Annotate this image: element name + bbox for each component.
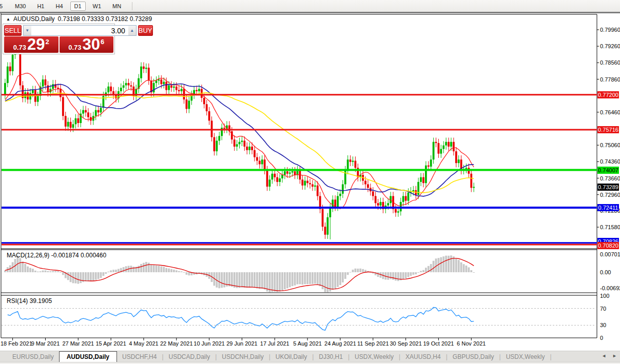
date-tick-label: 17 Jul 2021: [260, 340, 289, 347]
date-tick-label: 15 Apr 2021: [95, 340, 126, 347]
chart-title: ▲ AUDUSD,Daily 0.73198 0.73333 0.73182 0…: [6, 15, 152, 23]
timeframe-toolbar: 5M30H1H4D1W1MN: [0, 0, 620, 12]
date-tick-label: 10 Jun 2021: [193, 340, 225, 347]
chart-tab-gbpusd[interactable]: GBPUSD,Daily: [448, 351, 499, 362]
volume-stepper: ▼ ▲: [23, 25, 137, 36]
chart-tab-usdcad[interactable]: USDCAD,Daily: [164, 351, 216, 362]
rsi-axis-label: 100: [600, 293, 609, 299]
rsi-axis-label: 70: [600, 306, 606, 312]
buy-button[interactable]: BUY: [138, 25, 153, 36]
price-tick-label: 0.79960: [600, 27, 620, 33]
tab-scroll-left-icon[interactable]: ◄: [602, 353, 606, 358]
date-tick-label: 27 Mar 2021: [62, 340, 94, 347]
rsi-pane-area[interactable]: [2, 296, 597, 338]
price-tick-label: 0.75060: [600, 142, 620, 148]
toolbar-separator: [132, 2, 132, 10]
date-tick-label: 29 Jun 2021: [226, 340, 258, 347]
date-tick-label: 9 Mar 2021: [31, 340, 60, 347]
macd-axis-label: -0.006923: [600, 285, 620, 291]
chart-tab-eurusd[interactable]: EURUSD,Daily: [7, 351, 59, 362]
rsi-axis-label: 30: [600, 322, 606, 328]
timeframe-button-h4[interactable]: H4: [51, 2, 67, 11]
macd-axis-label: 0.007015: [600, 251, 620, 257]
rsi-axis-label: 0: [600, 335, 603, 341]
price-tick-label: 0.72960: [600, 192, 620, 198]
chart-tab-dj30[interactable]: DJ30,H1: [314, 351, 348, 362]
date-tick-label: 24 Aug 2021: [324, 340, 356, 347]
price-level-label-070820: 0.70820: [597, 242, 619, 249]
date-tick-label: 22 May 2021: [160, 340, 193, 347]
chart-symbol-period: AUDUSD,Daily: [13, 15, 55, 23]
price-level-label-077200: 0.77200: [597, 91, 619, 98]
chart-tab-usdchf[interactable]: USDCHF,H4: [117, 351, 162, 362]
date-tick-label: 11 Sep 2021: [357, 340, 389, 347]
price-tick-label: 0.76460: [600, 109, 620, 115]
chart-tab-bar: EURUSD,DailyAUDUSD,DailyUSDCHF,H4|USDCAD…: [0, 351, 620, 362]
price-tick-label: 0.73660: [600, 175, 620, 181]
bid-quote[interactable]: 0.73 29 2: [4, 36, 59, 53]
bid-pipette: 2: [46, 38, 49, 45]
trade-panel-quotes: 0.73 29 2 0.73 30 6: [3, 36, 114, 54]
macd-label: MACD(12,26,9) -0.001874 0.000460: [7, 252, 106, 259]
tab-scroll-right-icon[interactable]: ►: [612, 353, 617, 358]
ask-pipette: 6: [101, 38, 104, 45]
volume-input[interactable]: [31, 26, 128, 35]
one-click-trade-panel: SELL ▼ ▲ BUY 0.73 29 2 0.73 30 6: [3, 24, 115, 54]
timeframe-button-h1[interactable]: H1: [33, 2, 48, 11]
volume-increase-icon[interactable]: ▲: [128, 26, 136, 35]
date-tick-label: 30 Sep 2021: [390, 340, 421, 347]
timeframe-button-5[interactable]: 5: [0, 2, 8, 11]
rsi-label: RSI(14) 39.1905: [7, 297, 52, 305]
chart-tab-xauusd[interactable]: XAUUSD,H4: [400, 351, 446, 362]
timeframe-button-m30[interactable]: M30: [11, 2, 30, 11]
price-level-label-072411: 0.72411: [597, 204, 619, 211]
volume-decrease-icon[interactable]: ▼: [24, 26, 31, 35]
chart-tab-audusd[interactable]: AUDUSD,Daily: [59, 351, 117, 362]
timeframe-button-d1[interactable]: D1: [70, 2, 86, 11]
window-top-edge: [0, 12, 620, 13]
date-tick-label: 18 Feb 2021: [1, 340, 32, 347]
chart-tab-ukoil[interactable]: UKOil,Daily: [270, 351, 312, 362]
collapse-panel-icon[interactable]: ▲: [6, 17, 10, 22]
timeframe-button-mn[interactable]: MN: [108, 2, 125, 11]
price-tick-label: 0.78560: [600, 59, 620, 66]
price-tick-label: 0.71580: [600, 224, 620, 230]
chart-tab-usdx[interactable]: USDX,Weekly: [350, 351, 399, 362]
ask-prefix: 0.73: [68, 44, 81, 51]
price-tick-label: 0.74360: [600, 158, 620, 165]
price-tick-label: 0.79260: [600, 43, 620, 49]
timeframe-button-w1[interactable]: W1: [89, 2, 106, 11]
chart-tab-usdx[interactable]: USDX,Weekly: [501, 351, 550, 362]
ask-quote[interactable]: 0.73 30 6: [60, 36, 114, 53]
price-level-label-075716: 0.75716: [597, 126, 619, 133]
trade-panel-controls: SELL ▼ ▲ BUY: [3, 24, 114, 36]
price-level-label-073289: 0.73289: [597, 184, 619, 191]
price-tick-label: 0.77860: [600, 76, 620, 83]
price-level-label-074007: 0.74007: [597, 167, 619, 174]
tab-scroll-arrows: ◄ ►: [602, 353, 617, 358]
bid-prefix: 0.73: [13, 44, 26, 51]
ask-big-digits: 30: [83, 36, 100, 52]
tab-separator: |: [550, 351, 551, 362]
date-tick-label: 4 May 2021: [129, 340, 158, 347]
macd-axis-label: 0.00: [600, 269, 611, 275]
chart-ohlc-values: 0.73198 0.73333 0.73182 0.73289: [58, 15, 152, 23]
date-tick-label: 6 Nov 2021: [457, 340, 486, 347]
sell-button[interactable]: SELL: [4, 25, 22, 36]
bid-big-digits: 29: [27, 36, 45, 52]
date-tick-label: 5 Aug 2021: [293, 340, 322, 347]
date-tick-label: 19 Oct 2021: [423, 340, 454, 347]
chart-tab-usdcnh[interactable]: USDCNH,Daily: [217, 351, 268, 362]
